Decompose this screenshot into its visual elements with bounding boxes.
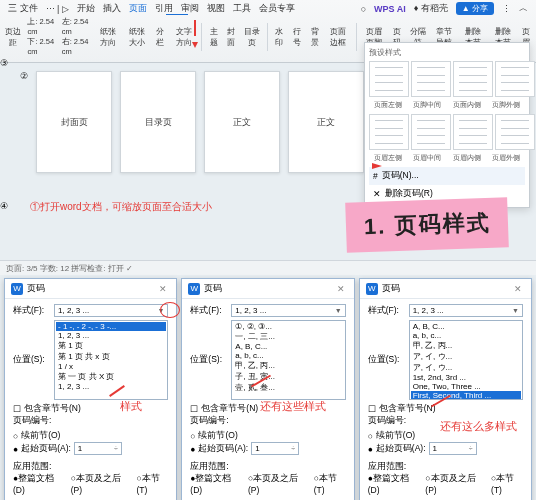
red-arrow-right-icon: [372, 163, 382, 169]
menu-pageno[interactable]: # 页码(N)...: [369, 167, 525, 185]
close-icon[interactable]: ✕: [511, 284, 525, 294]
annotation-style: 样式: [120, 400, 142, 414]
w-icon: W: [11, 283, 23, 295]
page-thumbnail[interactable]: 目录页: [120, 71, 196, 173]
tab-page[interactable]: 页面: [129, 2, 147, 15]
dialog-titlebar: W页码 ✕: [360, 279, 531, 299]
title-banner: 1. 页码样式: [345, 197, 509, 253]
cover-button[interactable]: 封面: [226, 26, 238, 48]
w-icon: W: [188, 283, 200, 295]
close-icon[interactable]: ✕: [334, 284, 348, 294]
close-icon[interactable]: ✕: [156, 284, 170, 294]
annotation-step1: ①打开word文档，可缩放页面至合适大小: [30, 200, 212, 214]
paper-size-button[interactable]: 纸张大小: [125, 26, 148, 48]
file-menu[interactable]: 三 文件: [8, 2, 38, 15]
tab-member[interactable]: 会员专享: [259, 2, 295, 15]
w-icon: W: [366, 283, 378, 295]
tab-insert[interactable]: 插入: [103, 2, 121, 15]
style-preset[interactable]: [369, 114, 409, 150]
radio-icon[interactable]: ●: [368, 444, 373, 454]
style-select[interactable]: 1, 2, 3 ...▼: [231, 304, 345, 317]
dialog-titlebar: W页码 ✕: [5, 279, 176, 299]
bg-button[interactable]: 背景: [309, 26, 321, 48]
pageborder-button[interactable]: 页面边框: [326, 26, 349, 48]
start-page-spinner[interactable]: 1÷: [251, 442, 299, 455]
premium-button[interactable]: ♦ 有稻壳: [414, 2, 448, 15]
radio-icon[interactable]: ○: [190, 431, 195, 441]
style-preset[interactable]: [369, 61, 409, 97]
columns-button[interactable]: 分栏: [154, 26, 166, 48]
style-listbox[interactable]: - 1 -, - 2 -, - 3 -... 1, 2, 3 ... 第 1 页…: [54, 320, 168, 400]
wps-ai-button[interactable]: WPS AI: [374, 4, 406, 14]
red-circle-marker: [160, 302, 180, 318]
hash-icon: #: [373, 171, 378, 181]
theme-button[interactable]: 主题: [208, 26, 220, 48]
more-icon[interactable]: ⋮: [502, 4, 511, 14]
status-bar: 页面: 3/5 字数: 12 拼写检查: 打开 ✓: [0, 260, 536, 275]
pageno-dialog-1: W页码 ✕ 样式(F): 1, 2, 3 ...▼ 位置(S): - 1 -, …: [4, 278, 177, 500]
chevron-up-icon[interactable]: ︿: [519, 2, 528, 15]
marker-4: ④: [0, 201, 8, 211]
page-thumbnail[interactable]: 正文: [204, 71, 280, 173]
style-preset[interactable]: [411, 114, 451, 150]
page-setup-group[interactable]: 页边距: [4, 26, 21, 48]
checkbox-icon[interactable]: ☐: [368, 404, 376, 414]
dialogs-row: W页码 ✕ 样式(F): 1, 2, 3 ...▼ 位置(S): - 1 -, …: [4, 278, 532, 500]
page-thumbnail[interactable]: 封面页: [36, 71, 112, 173]
style-preset[interactable]: [411, 61, 451, 97]
start-page-spinner[interactable]: 1÷: [74, 442, 122, 455]
style-preset[interactable]: [453, 114, 493, 150]
search-icon[interactable]: ○: [361, 4, 366, 14]
tab-tools[interactable]: 工具: [233, 2, 251, 15]
radio-icon[interactable]: ●: [13, 444, 18, 454]
page-thumbnail[interactable]: 正文: [288, 71, 364, 173]
checkbox-icon[interactable]: ☐: [13, 404, 21, 414]
pageno-dialog-3: W页码 ✕ 样式(F): 1, 2, 3 ...▼ 位置(S): A, B, C…: [359, 278, 532, 500]
style-preset[interactable]: [495, 61, 535, 97]
tab-view[interactable]: 视图: [207, 2, 225, 15]
style-listbox[interactable]: A, B, C... a, b, c... 甲, 乙, 丙... ア, イ, ウ…: [409, 320, 523, 400]
annotation-more1: 还有这些样式: [260, 400, 326, 414]
start-page-spinner[interactable]: 1÷: [429, 442, 477, 455]
dialog-titlebar: W页码 ✕: [182, 279, 353, 299]
marker-2: ②: [20, 71, 28, 201]
x-icon: ✕: [373, 189, 381, 199]
style-preset[interactable]: [453, 61, 493, 97]
orientation-button[interactable]: 纸张方向: [96, 26, 119, 48]
share-button[interactable]: ▲ 分享: [456, 2, 494, 15]
style-listbox[interactable]: ①, ②, ③... 一, 二, 三... A, B, C... a, b, c…: [231, 320, 345, 400]
radio-icon[interactable]: ○: [13, 431, 18, 441]
tab-bar: 三 文件 ⋯ | ▷ 开始 插入 页面 引用 审阅 视图 工具 会员专享 ○ W…: [0, 0, 536, 15]
watermark-button[interactable]: 水印: [273, 26, 285, 48]
page-style-panel: 预设样式 页面左侧 页脚中间 页面内侧 页脚外侧 页眉左侧 页眉中间 页眉内侧 …: [364, 42, 530, 208]
annotation-more2: 还有这么多样式: [440, 420, 517, 434]
radio-icon[interactable]: ○: [368, 431, 373, 441]
content-button[interactable]: 目录页: [243, 26, 260, 48]
radio-icon[interactable]: ●: [190, 444, 195, 454]
style-select[interactable]: 1, 2, 3 ...▼: [409, 304, 523, 317]
style-preset[interactable]: [495, 114, 535, 150]
lineno-button[interactable]: 行号: [291, 26, 303, 48]
style-select[interactable]: 1, 2, 3 ...▼: [54, 304, 168, 317]
panel-title: 预设样式: [369, 47, 525, 58]
checkbox-icon[interactable]: ☐: [190, 404, 198, 414]
tab-start[interactable]: 开始: [77, 2, 95, 15]
pageno-dialog-2: W页码 ✕ 样式(F): 1, 2, 3 ...▼ 位置(S): ①, ②, ③…: [181, 278, 354, 500]
